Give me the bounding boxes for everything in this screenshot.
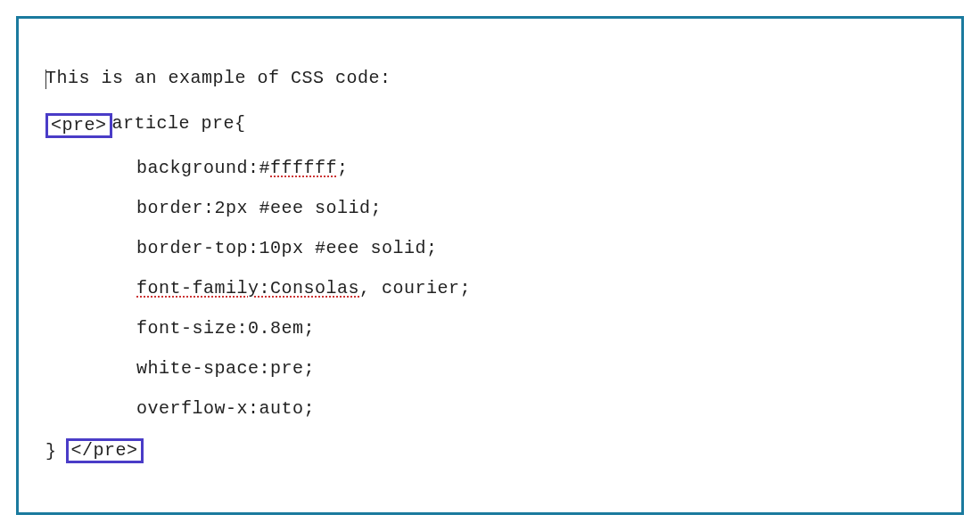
spellcheck-word: ffffff xyxy=(270,158,337,178)
code-line-open: <pre> article pre{ xyxy=(45,113,935,138)
code-line-6: white-space:pre; xyxy=(45,358,935,379)
code-example-box: This is an example of CSS code: <pre> ar… xyxy=(16,16,964,515)
code-line-2: border:2px #eee solid; xyxy=(45,198,935,218)
code-line-4: font-family:Consolas, courier; xyxy=(45,278,935,298)
prop-suffix: , courier; xyxy=(359,278,471,298)
intro-text: This is an example of CSS code: xyxy=(45,68,935,88)
prop-text: background:# xyxy=(136,158,270,178)
code-line-5: font-size:0.8em; xyxy=(45,318,935,339)
prop-suffix: ; xyxy=(337,158,349,178)
pre-close-tag: </pre> xyxy=(66,438,144,463)
code-line-close: } </pre> xyxy=(45,438,935,463)
close-brace: } xyxy=(45,441,57,462)
text-cursor xyxy=(45,69,46,89)
code-line-3: border-top:10px #eee solid; xyxy=(45,238,935,258)
spellcheck-word: font-family:Consolas xyxy=(136,278,359,298)
code-line-1: background:#ffffff; xyxy=(45,158,935,178)
pre-open-tag: <pre> xyxy=(45,113,112,138)
code-line-7: overflow-x:auto; xyxy=(45,398,935,419)
selector-text: article pre{ xyxy=(112,113,246,135)
